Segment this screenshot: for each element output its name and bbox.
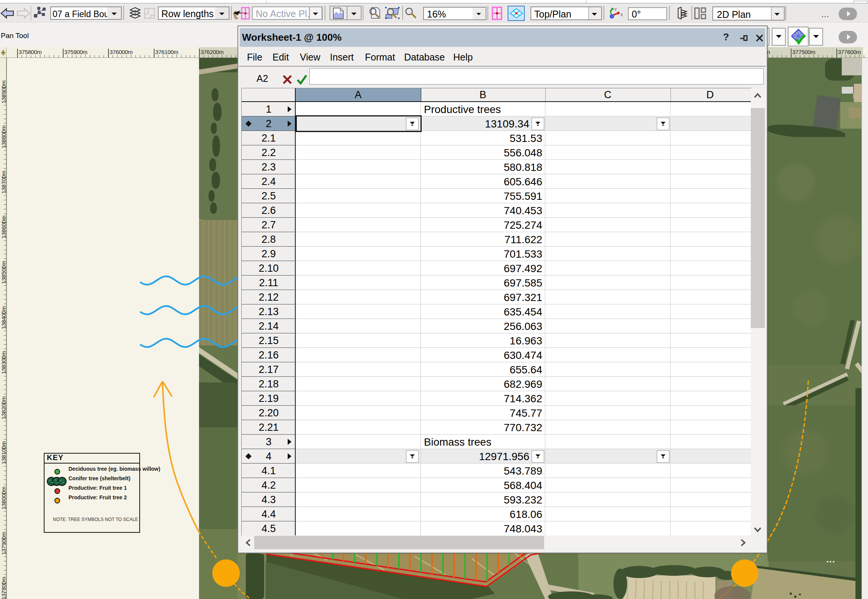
svg-text:Y: Y xyxy=(614,7,617,12)
svg-text:X: X xyxy=(620,13,623,17)
